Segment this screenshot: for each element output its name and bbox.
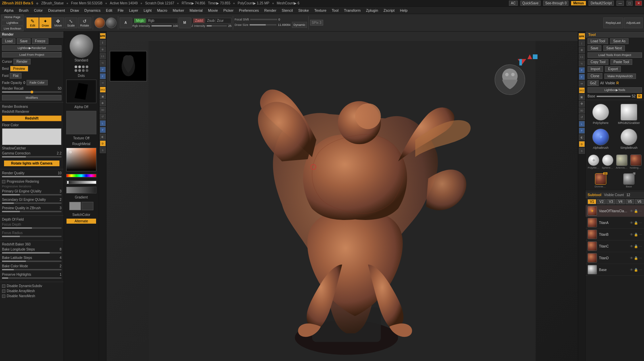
dot-6[interactable] bbox=[78, 69, 81, 72]
rs-xyz-icon[interactable]: XYZ bbox=[579, 87, 585, 93]
frame-icon[interactable]: ▣ bbox=[100, 93, 106, 99]
floor-color-swatch[interactable] bbox=[2, 128, 61, 145]
move-button[interactable]: ✤Move bbox=[52, 17, 64, 28]
disable-dynamic-checkbox[interactable] bbox=[2, 284, 5, 288]
subtool-item-titand[interactable]: TitanD 👁 🔒 ⋯ bbox=[586, 252, 644, 264]
dot-2[interactable] bbox=[78, 65, 81, 68]
rs-solo-icon[interactable]: S bbox=[579, 148, 585, 154]
see-through-button[interactable]: See-through 0 bbox=[543, 1, 568, 6]
m-button[interactable]: M bbox=[179, 17, 191, 28]
rs-zoom3d-icon[interactable]: 3D bbox=[579, 107, 585, 114]
menu-stroke[interactable]: Stroke bbox=[296, 8, 312, 13]
load-btn[interactable]: Load bbox=[2, 38, 15, 44]
hue-slider[interactable] bbox=[66, 174, 96, 177]
rotate-lights-btn[interactable]: Rotate lights with Camera bbox=[4, 161, 59, 166]
menu-zplugin[interactable]: Zplugin bbox=[363, 8, 381, 13]
rs-frame-icon[interactable]: ▣ bbox=[579, 94, 585, 100]
bake-long-slider[interactable] bbox=[2, 252, 61, 254]
dot-8[interactable] bbox=[86, 69, 88, 72]
tool-sphere3d[interactable]: Sphere3D bbox=[601, 154, 615, 170]
dot-7[interactable] bbox=[82, 69, 85, 72]
dot-3[interactable] bbox=[82, 65, 85, 68]
gradient-bar[interactable] bbox=[66, 187, 96, 193]
rs-icon-1[interactable]: BPR bbox=[578, 33, 585, 40]
disable-array-checkbox[interactable] bbox=[2, 289, 5, 293]
goz-btn[interactable]: GoZ bbox=[588, 80, 599, 86]
canvas-content[interactable] bbox=[106, 41, 578, 361]
focus-radius-slider[interactable] bbox=[2, 236, 61, 237]
lsym-icon[interactable]: ⇔ bbox=[100, 80, 106, 86]
menu-brush[interactable]: Brush bbox=[16, 8, 31, 13]
dot-4[interactable] bbox=[86, 65, 88, 68]
tool-alphabrush[interactable]: ✦ AlphaBrush bbox=[587, 127, 614, 151]
dynamic-btn[interactable]: Dynamic bbox=[292, 22, 307, 28]
tab-live-boolean[interactable]: Live Boolean bbox=[1, 26, 24, 31]
titana-eye-icon[interactable]: 👁 bbox=[630, 221, 633, 225]
gamma-slider[interactable] bbox=[2, 156, 61, 157]
tool-base-small[interactable]: 6 Base bbox=[615, 173, 643, 189]
focus-depth-slider[interactable] bbox=[2, 227, 61, 229]
vtab-v4[interactable]: V4 bbox=[616, 199, 625, 204]
actual-icon[interactable]: 1:1 bbox=[100, 53, 106, 59]
secondary-gi-slider[interactable] bbox=[2, 202, 61, 204]
rotate-icon[interactable]: ↺ bbox=[100, 114, 106, 120]
zsub-btn[interactable]: Zsub bbox=[205, 19, 214, 22]
menu-tool[interactable]: Tool bbox=[329, 8, 341, 13]
menu-stencil[interactable]: Stencil bbox=[279, 8, 296, 13]
texture-off-box[interactable] bbox=[66, 111, 96, 134]
preserve-slider[interactable] bbox=[2, 277, 61, 279]
adjustlast-btn[interactable]: AdjustLast bbox=[624, 17, 643, 28]
vtab-v3[interactable]: V3 bbox=[606, 199, 615, 204]
menu-help[interactable]: Help bbox=[397, 8, 411, 13]
menu-light[interactable]: Light bbox=[141, 8, 155, 13]
menu-picker[interactable]: Picker bbox=[221, 8, 237, 13]
progressive-checkbox[interactable] bbox=[2, 180, 5, 183]
titand-eye-icon[interactable]: 👁 bbox=[630, 256, 633, 260]
subtool-item-titana[interactable]: TitanA 👁 🔒 ⋯ bbox=[586, 217, 644, 229]
paste-tool-btn[interactable]: Paste Tool bbox=[610, 59, 632, 65]
menu-preferences[interactable]: Preferences bbox=[236, 8, 261, 13]
lightbox-tools-btn[interactable]: Lightbox▶Tools bbox=[588, 87, 642, 93]
titand-more-icon[interactable]: ⋯ bbox=[639, 256, 642, 260]
load-tool-btn[interactable]: Load Tool bbox=[588, 38, 608, 44]
dynamic-sidebar-icon[interactable]: D bbox=[100, 140, 106, 146]
scroll-icon[interactable]: ⇕ bbox=[100, 40, 106, 46]
rs-move-icon[interactable]: ✤ bbox=[579, 101, 585, 107]
vase-eye-icon[interactable]: 👁 bbox=[630, 209, 633, 213]
rgb-intensity-slider[interactable] bbox=[152, 25, 172, 27]
poly-icon[interactable]: P bbox=[100, 127, 106, 133]
floor-icon[interactable]: F bbox=[100, 73, 106, 79]
rs-scroll-icon[interactable]: ↕ bbox=[579, 40, 585, 46]
quicksave-button[interactable]: QuickSave bbox=[520, 1, 541, 6]
rs-persp-icon[interactable]: P bbox=[579, 67, 585, 73]
titanc-eye-icon[interactable]: 👁 bbox=[630, 244, 633, 248]
tab-lightbox[interactable]: LightBox bbox=[1, 20, 24, 26]
rotate-button[interactable]: ↺Rotate bbox=[78, 17, 92, 28]
a-button[interactable]: A bbox=[120, 17, 132, 28]
rs-zoom-icon[interactable]: ⊕ bbox=[579, 47, 585, 53]
solo-icon[interactable]: S bbox=[100, 147, 106, 153]
replaylast-btn[interactable]: ReplayLast bbox=[603, 17, 623, 28]
titanb-more-icon[interactable]: ⋯ bbox=[639, 233, 642, 236]
draw-button[interactable]: ✦Draw bbox=[39, 17, 51, 28]
lightbox-renderset-btn[interactable]: Lightbox▶RenderSet bbox=[2, 45, 61, 51]
copy-tool-btn[interactable]: Copy Tool bbox=[588, 59, 608, 65]
disable-nano-checkbox[interactable] bbox=[2, 295, 5, 298]
titana-more-icon[interactable]: ⋯ bbox=[639, 221, 642, 225]
menu-draw[interactable]: Draw bbox=[68, 8, 82, 13]
save-as-btn[interactable]: Save As bbox=[610, 38, 629, 44]
edit-button[interactable]: ✎Edit bbox=[27, 17, 39, 28]
vtab-v1[interactable]: V1 bbox=[588, 199, 596, 204]
menu-document[interactable]: Document bbox=[45, 8, 68, 13]
titanc-lock-icon[interactable]: 🔒 bbox=[634, 244, 638, 248]
zcur-btn[interactable]: Zcur bbox=[215, 19, 224, 22]
subtool-item-titanb[interactable]: TitanB 👁 🔒 ⋯ bbox=[586, 229, 644, 240]
load-from-project-btn[interactable]: Load From Project bbox=[2, 52, 61, 57]
menu-alpha[interactable]: Alpha bbox=[1, 8, 16, 13]
menu-movie[interactable]: Movie bbox=[205, 8, 220, 13]
base-more-icon[interactable]: ⋯ bbox=[639, 268, 642, 272]
move-icon[interactable]: ✤ bbox=[100, 100, 106, 106]
subtool-item-vase[interactable]: ✦ VaseOfTitansClayDecimated_v... 👁 🔒 ⋯ bbox=[586, 205, 644, 217]
tool-simplebrush[interactable]: SimpleBrush bbox=[615, 127, 643, 151]
tool-holding[interactable]: holding_v02Low bbox=[629, 154, 643, 170]
